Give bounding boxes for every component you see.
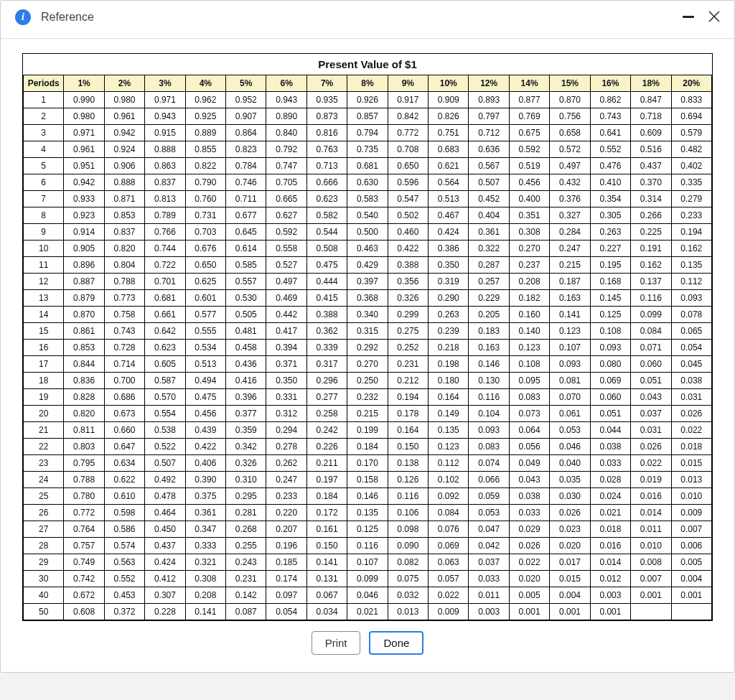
value-cell: 0.141: [550, 307, 590, 323]
value-cell: 0.780: [64, 488, 104, 505]
value-cell: 0.010: [631, 538, 671, 554]
period-cell: 27: [24, 521, 64, 538]
value-cell: 0.803: [64, 439, 104, 455]
value-cell: 0.268: [226, 521, 266, 538]
value-cell: 0.467: [429, 207, 469, 224]
value-cell: 0.816: [306, 125, 347, 141]
value-cell: 0.686: [104, 389, 144, 406]
value-cell: 0.123: [429, 439, 469, 455]
value-cell: 0.054: [266, 604, 306, 620]
table-row: 210.8110.6600.5380.4390.3590.2940.2420.1…: [24, 422, 712, 439]
value-cell: 0.080: [590, 356, 630, 373]
value-cell: 0.813: [145, 191, 185, 207]
rate-header: 5%: [226, 75, 266, 92]
value-cell: 0.187: [550, 274, 590, 290]
pv-table: Periods1%2%3%4%5%6%7%8%9%10%12%14%15%16%…: [23, 75, 712, 620]
value-cell: 0.321: [185, 554, 225, 571]
value-cell: 0.915: [145, 125, 185, 141]
value-cell: 0.098: [388, 521, 428, 538]
value-cell: 0.125: [590, 307, 630, 323]
value-cell: 0.045: [671, 356, 712, 373]
value-cell: 0.890: [266, 108, 306, 125]
value-cell: 0.239: [429, 323, 469, 340]
value-cell: 0.422: [185, 439, 225, 455]
value-cell: 0.149: [429, 406, 469, 422]
value-cell: 0.361: [469, 224, 509, 241]
value-cell: 0.822: [185, 158, 225, 174]
value-cell: 0.795: [64, 455, 104, 472]
value-cell: 0.047: [469, 521, 509, 538]
value-cell: 0.093: [671, 290, 712, 307]
period-cell: 26: [24, 505, 64, 521]
value-cell: 0.935: [306, 92, 347, 108]
table-row: 110.8960.8040.7220.6500.5850.5270.4750.4…: [24, 257, 712, 274]
value-cell: 0.211: [306, 455, 347, 472]
value-cell: 0.020: [550, 538, 590, 554]
value-cell: 0.266: [631, 207, 671, 224]
period-cell: 10: [24, 241, 64, 257]
value-cell: 0.034: [306, 604, 347, 620]
value-cell: 0.397: [347, 274, 388, 290]
value-cell: 0.043: [509, 472, 549, 488]
value-cell: 0.481: [226, 323, 266, 340]
print-button[interactable]: Print: [312, 631, 361, 655]
value-cell: 0.700: [104, 373, 144, 389]
value-cell: 0.422: [388, 241, 428, 257]
value-cell: 0.021: [590, 505, 630, 521]
value-cell: 0.942: [64, 174, 104, 191]
value-cell: 0.820: [64, 406, 104, 422]
value-cell: [671, 604, 712, 620]
value-cell: 0.004: [671, 571, 712, 587]
table-row: 160.8530.7280.6230.5340.4580.3940.3390.2…: [24, 340, 712, 356]
value-cell: 0.359: [226, 422, 266, 439]
value-cell: 0.083: [509, 389, 549, 406]
close-icon[interactable]: [707, 9, 721, 24]
value-cell: 0.339: [306, 340, 347, 356]
value-cell: 0.097: [266, 587, 306, 604]
value-cell: 0.540: [347, 207, 388, 224]
value-cell: 0.811: [64, 422, 104, 439]
value-cell: 0.001: [671, 587, 712, 604]
value-cell: 0.758: [104, 307, 144, 323]
value-cell: 0.032: [388, 587, 428, 604]
value-cell: 0.708: [388, 141, 428, 158]
table-row: 250.7800.6100.4780.3750.2950.2330.1840.1…: [24, 488, 712, 505]
value-cell: 0.005: [671, 554, 712, 571]
value-cell: 0.046: [550, 439, 590, 455]
table-row: 200.8200.6730.5540.4560.3770.3120.2580.2…: [24, 406, 712, 422]
value-cell: 0.001: [631, 587, 671, 604]
minimize-icon[interactable]: [683, 16, 694, 18]
rate-header: 12%: [469, 75, 509, 92]
value-cell: 0.060: [631, 356, 671, 373]
value-cell: 0.432: [550, 174, 590, 191]
table-row: 120.8870.7880.7010.6250.5570.4970.4440.3…: [24, 274, 712, 290]
value-cell: 0.037: [469, 554, 509, 571]
value-cell: 0.971: [145, 92, 185, 108]
value-cell: 0.583: [347, 191, 388, 207]
period-cell: 1: [24, 92, 64, 108]
value-cell: 0.137: [631, 274, 671, 290]
dialog-header: i Reference: [1, 1, 734, 39]
done-button[interactable]: Done: [369, 631, 423, 655]
value-cell: 0.026: [671, 406, 712, 422]
value-cell: 0.552: [104, 571, 144, 587]
value-cell: 0.370: [631, 174, 671, 191]
value-cell: 0.587: [145, 373, 185, 389]
rate-header: 4%: [185, 75, 225, 92]
value-cell: 0.135: [347, 505, 388, 521]
value-cell: 0.871: [104, 191, 144, 207]
value-cell: 0.861: [64, 323, 104, 340]
value-cell: 0.574: [104, 538, 144, 554]
value-cell: 0.061: [550, 406, 590, 422]
value-cell: 0.742: [64, 571, 104, 587]
value-cell: 0.093: [550, 356, 590, 373]
value-cell: 0.037: [631, 406, 671, 422]
value-cell: 0.773: [104, 290, 144, 307]
value-cell: 0.402: [671, 158, 712, 174]
value-cell: 0.212: [388, 373, 428, 389]
value-cell: 0.231: [388, 356, 428, 373]
value-cell: 0.066: [469, 472, 509, 488]
value-cell: 0.011: [469, 587, 509, 604]
value-cell: 0.836: [64, 373, 104, 389]
rate-header: 2%: [104, 75, 144, 92]
